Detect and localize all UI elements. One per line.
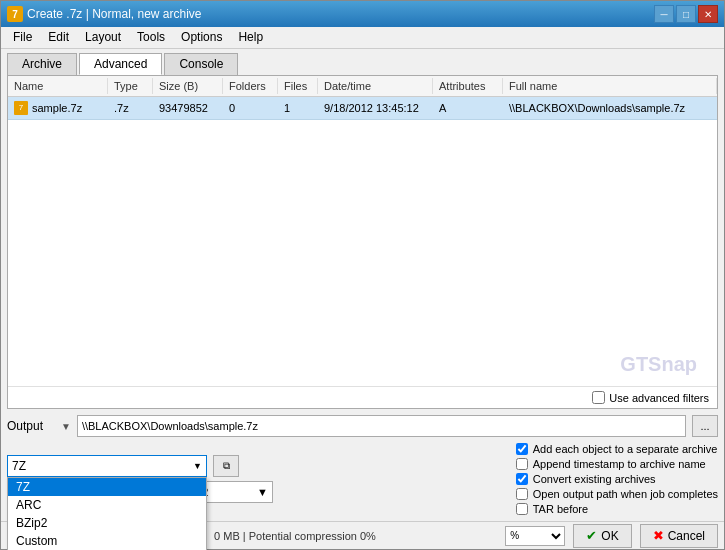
bottom-section: Output ▼ ... 7Z ▼ 7Z ARC (1, 409, 724, 521)
format-dropdown-list: 7Z ARC BZip2 Custom GZip PEA QUAD/BALZ S… (7, 477, 207, 550)
checkbox-open-output[interactable] (516, 488, 528, 500)
title-controls: ─ □ ✕ (654, 5, 718, 23)
file-area: GTSnap (8, 231, 717, 386)
col-fullname: Full name (503, 78, 717, 94)
output-input[interactable] (77, 415, 686, 437)
cancel-label: Cancel (668, 529, 705, 543)
cell-folders: 0 (223, 100, 278, 116)
tab-bar: Archive Advanced Console (1, 49, 724, 75)
cancel-button[interactable]: ✖ Cancel (640, 524, 718, 548)
col-attrs: Attributes (433, 78, 503, 94)
menu-tools[interactable]: Tools (129, 29, 173, 46)
format-option-bzip2[interactable]: BZip2 (8, 514, 206, 532)
advanced-filters-row: Use advanced filters (8, 386, 717, 408)
col-name: Name (8, 78, 108, 94)
copy-button[interactable]: ⧉ (213, 455, 239, 477)
checkbox-row-2: Convert existing archives (516, 473, 718, 485)
chevron-down-icon: ▼ (193, 461, 202, 471)
menu-help[interactable]: Help (230, 29, 271, 46)
col-type: Type (108, 78, 153, 94)
cell-fullname: \\BLACKBOX\Downloads\sample.7z (503, 100, 717, 116)
checkbox-label-4: TAR before (533, 503, 588, 515)
col-files: Files (278, 78, 318, 94)
checkbox-convert[interactable] (516, 473, 528, 485)
watermark: GTSnap (620, 353, 697, 376)
table-header: Name Type Size (B) Folders Files Date/ti… (8, 76, 717, 97)
col-date: Date/time (318, 78, 433, 94)
output-label: Output (7, 419, 55, 433)
format-value: 7Z (12, 459, 26, 473)
checkbox-tar-before[interactable] (516, 503, 528, 515)
advanced-filters-checkbox[interactable] (592, 391, 605, 404)
menu-options[interactable]: Options (173, 29, 230, 46)
tab-console[interactable]: Console (164, 53, 238, 75)
advanced-filters-label[interactable]: Use advanced filters (592, 391, 709, 404)
checkbox-row-1: Append timestamp to archive name (516, 458, 718, 470)
file-list-panel: Name Type Size (B) Folders Files Date/ti… (7, 75, 718, 409)
checkbox-label-0: Add each object to a separate archive (533, 443, 718, 455)
format-option-arc[interactable]: ARC (8, 496, 206, 514)
checkbox-row-4: TAR before (516, 503, 718, 515)
cross-icon: ✖ (653, 528, 664, 543)
format-option-7z[interactable]: 7Z (8, 478, 206, 496)
col-size: Size (B) (153, 78, 223, 94)
table-row[interactable]: 7 sample.7z .7z 93479852 0 1 9/18/2012 1… (8, 97, 717, 120)
check-icon: ✔ (586, 528, 597, 543)
cell-name: 7 sample.7z (8, 99, 108, 117)
checkbox-row-0: Add each object to a separate archive (516, 443, 718, 455)
format-option-custom[interactable]: Custom (8, 532, 206, 550)
title-bar: 7 Create .7z | Normal, new archive ─ □ ✕ (1, 1, 724, 27)
cell-type: .7z (108, 100, 153, 116)
cell-attrs: A (433, 100, 503, 116)
minimize-button[interactable]: ─ (654, 5, 674, 23)
col-folders: Folders (223, 78, 278, 94)
checkbox-separate-archive[interactable] (516, 443, 528, 455)
ok-button[interactable]: ✔ OK (573, 524, 631, 548)
menu-file[interactable]: File (5, 29, 40, 46)
checkbox-row-3: Open output path when job completes (516, 488, 718, 500)
title-bar-left: 7 Create .7z | Normal, new archive (7, 6, 202, 22)
format-dropdown-container: 7Z ▼ 7Z ARC BZip2 Custom GZip PEA QUAD/B… (7, 455, 207, 477)
menu-edit[interactable]: Edit (40, 29, 77, 46)
output-arrow: ▼ (61, 421, 71, 432)
maximize-button[interactable]: □ (676, 5, 696, 23)
main-window: 7 Create .7z | Normal, new archive ─ □ ✕… (0, 0, 725, 550)
tab-archive[interactable]: Archive (7, 53, 77, 75)
chevron-down-icon-method: ▼ (257, 486, 268, 498)
file-icon: 7 (14, 101, 28, 115)
checkboxes-section: Add each object to a separate archive Ap… (516, 443, 718, 515)
format-row: 7Z ▼ 7Z ARC BZip2 Custom GZip PEA QUAD/B… (7, 443, 718, 515)
browse-button[interactable]: ... (692, 415, 718, 437)
window-title: Create .7z | Normal, new archive (27, 7, 202, 21)
tab-advanced[interactable]: Advanced (79, 53, 162, 75)
cell-date: 9/18/2012 13:45:12 (318, 100, 433, 116)
checkbox-label-1: Append timestamp to archive name (533, 458, 706, 470)
ok-label: OK (601, 529, 618, 543)
close-button[interactable]: ✕ (698, 5, 718, 23)
app-icon: 7 (7, 6, 23, 22)
format-section: 7Z ▼ 7Z ARC BZip2 Custom GZip PEA QUAD/B… (7, 455, 500, 503)
cell-size: 93479852 (153, 100, 223, 116)
cell-files: 1 (278, 100, 318, 116)
checkbox-label-3: Open output path when job completes (533, 488, 718, 500)
menu-layout[interactable]: Layout (77, 29, 129, 46)
checkbox-timestamp[interactable] (516, 458, 528, 470)
status-dropdown[interactable]: % (505, 526, 565, 546)
checkbox-label-2: Convert existing archives (533, 473, 656, 485)
menu-bar: File Edit Layout Tools Options Help (1, 27, 724, 49)
output-row: Output ▼ ... (7, 415, 718, 437)
format-dropdown[interactable]: 7Z ▼ (7, 455, 207, 477)
file-table: Name Type Size (B) Folders Files Date/ti… (8, 76, 717, 231)
